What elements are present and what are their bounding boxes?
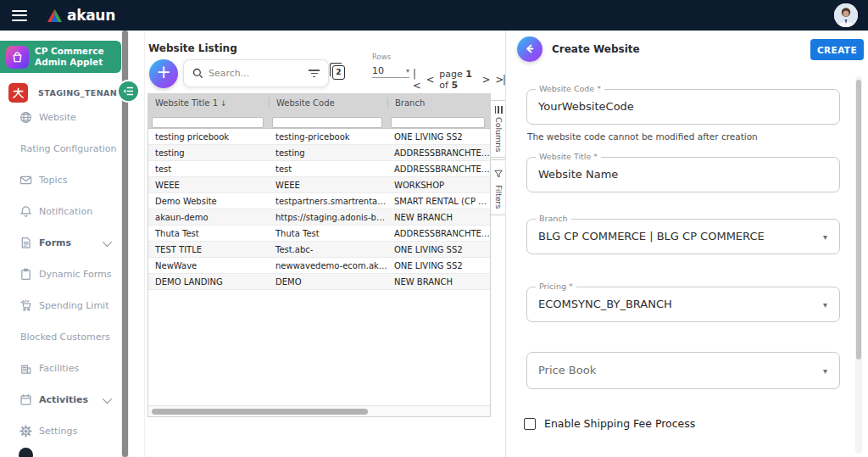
website-code-value[interactable]: YourWebsiteCode <box>527 90 839 124</box>
clipboard-icon <box>19 268 32 281</box>
cell-website-code: testing <box>269 148 387 158</box>
shipping-fee-label: Enable Shipping Fee Process <box>544 417 695 430</box>
column-header[interactable]: Website Code <box>269 98 387 109</box>
add-website-button[interactable]: + <box>149 59 178 88</box>
table-row[interactable]: WEEE WEEE WORKSHOP <box>148 177 490 193</box>
search-filter-icon[interactable] <box>309 70 320 77</box>
website-table: Website Title 1↓Website CodeBranch testi… <box>147 93 491 417</box>
mail-icon <box>19 174 32 187</box>
cp-commerce-applet-icon <box>6 46 29 69</box>
table-row[interactable]: Thuta Test Thuta Test ADDRESSBRANCHTEST <box>148 226 490 242</box>
sort-desc-icon: ↓ <box>220 99 227 108</box>
sidebar-item-topics[interactable]: Topics <box>0 164 121 196</box>
branch-caret-icon: ▾ <box>823 232 827 242</box>
cell-branch: ADDRESSBRANCHTEST <box>387 229 490 238</box>
collapse-sidebar-button[interactable] <box>117 80 140 103</box>
menu-item-label: Dynamic Forms <box>39 269 111 280</box>
side-tab-label: Filters <box>494 185 504 209</box>
price-book-select[interactable]: Price Book ▾ <box>526 352 840 389</box>
cell-branch: SMART RENTAL (CP COM) <box>387 197 490 206</box>
pricing-label: Pricing * <box>536 281 576 291</box>
table-row[interactable]: akaun-demo https://staging.adonis-beaut.… <box>148 209 490 226</box>
website-title-value[interactable]: Website Name <box>527 158 839 192</box>
sidebar-item-activities[interactable]: Activities <box>0 384 121 415</box>
menu-item-label: Topics <box>39 175 67 186</box>
panel-title: Create Website <box>552 43 640 55</box>
create-button[interactable]: CREATE <box>810 39 864 60</box>
rows-per-page-select[interactable]: 10 ▾ <box>372 64 409 78</box>
menu-item-label: Forms <box>39 237 71 248</box>
cell-branch: ADDRESSBRANCHTEST <box>387 164 490 174</box>
sidebar-item-notification[interactable]: Notification <box>0 196 121 227</box>
back-button[interactable] <box>517 36 542 62</box>
pricing-select[interactable]: Pricing * ECOMSYNC_BY_BRANCH ▾ <box>526 287 840 322</box>
branch-value: BLG CP COMMERCE | BLG CP COMMERCE <box>527 220 839 254</box>
cell-website-code: testpartners.smartrental.asia <box>269 197 387 206</box>
column-header[interactable]: Branch <box>387 98 490 109</box>
last-page-button[interactable]: >| <box>495 74 505 86</box>
tenant-logo-icon <box>8 83 28 103</box>
document-icon <box>19 237 32 250</box>
cell-website-title: test <box>148 164 269 174</box>
hscroll-thumb[interactable] <box>152 409 368 415</box>
table-row[interactable]: DEMO LANDING DEMO NEW BRANCH <box>148 274 490 290</box>
table-row[interactable]: testing testing ADDRESSBRANCHTEST <box>148 145 490 161</box>
column-filter-input[interactable] <box>391 117 485 128</box>
tenant-selector[interactable]: STAGING_TENANT <box>8 83 123 103</box>
sidebar-item-dynamic-forms[interactable]: Dynamic Forms <box>0 259 121 290</box>
sidebar-item-blocked-customers[interactable]: Blocked Customers <box>0 321 121 353</box>
menu-item-label: Website <box>39 112 76 123</box>
side-tab-label: Columns <box>494 117 504 152</box>
table-row[interactable]: TEST TITLE Test.abc- ONE LIVING SS2 <box>148 242 490 258</box>
table-header-row: Website Title 1↓Website CodeBranch <box>148 94 490 112</box>
column-filter-input[interactable] <box>272 117 382 128</box>
sidebar-partial-item-icon[interactable] <box>19 448 33 457</box>
table-row[interactable]: NewWave newwavedemo-ecom.akaun.... ONE L… <box>148 258 490 274</box>
table-row[interactable]: testing pricebook testing-pricebook ONE … <box>148 129 490 145</box>
sidebar: CP Commerce Admin Applet STAGING_TENANT … <box>0 31 121 457</box>
branch-select[interactable]: Branch BLG CP COMMERCE | BLG CP COMMERCE… <box>526 219 840 254</box>
applet-banner[interactable]: CP Commerce Admin Applet <box>0 41 121 73</box>
globe-icon <box>19 111 32 125</box>
cell-website-title: testing <box>148 148 269 158</box>
cell-website-title: DEMO LANDING <box>148 277 269 287</box>
table-horizontal-scrollbar[interactable] <box>148 405 490 416</box>
page-indicator: page 1 of 5 <box>439 69 476 91</box>
hamburger-menu-icon[interactable] <box>12 10 27 21</box>
website-title-field[interactable]: Website Title * Website Name <box>526 157 840 192</box>
sidebar-item-rating-configuration[interactable]: Rating Configuration <box>0 133 121 164</box>
cell-branch: ONE LIVING SS2 <box>387 245 490 254</box>
column-filter-input[interactable] <box>152 117 264 128</box>
sidebar-item-settings[interactable]: Settings <box>0 415 121 447</box>
next-page-button[interactable]: > <box>482 74 490 86</box>
website-code-helper: The website code cannot be modified afte… <box>527 131 758 142</box>
column-header[interactable]: Website Title 1↓ <box>148 98 269 108</box>
shipping-fee-checkbox[interactable] <box>524 418 536 430</box>
enable-shipping-fee-row[interactable]: Enable Shipping Fee Process <box>524 417 695 430</box>
table-row[interactable]: test test ADDRESSBRANCHTEST <box>148 161 490 177</box>
user-avatar[interactable] <box>834 3 858 27</box>
menu-item-label: Blocked Customers <box>20 332 110 343</box>
search-input[interactable] <box>209 68 309 79</box>
back-arrow-icon <box>524 43 536 55</box>
menu-item-label: Rating Configuration <box>20 143 117 154</box>
sidebar-item-spending-limit[interactable]: Spending Limit <box>0 290 121 321</box>
sidebar-item-forms[interactable]: Forms <box>0 227 121 259</box>
cell-website-code: https://staging.adonis-beaut... <box>269 213 387 222</box>
cell-website-title: Thuta Test <box>148 229 269 238</box>
panel-scrollbar[interactable] <box>855 76 862 454</box>
sidebar-item-website[interactable]: Website <box>0 102 121 133</box>
cell-website-code: testing-pricebook <box>269 132 387 142</box>
first-page-button[interactable]: |< <box>413 68 420 92</box>
website-code-field[interactable]: Website Code * YourWebsiteCode <box>526 89 840 125</box>
table-row[interactable]: Demo Website testpartners.smartrental.as… <box>148 193 490 209</box>
panel-scrollbar-thumb[interactable] <box>856 80 861 359</box>
rows-per-page-group: Rows 10 ▾ <box>372 53 409 78</box>
cell-branch: WORKSHOP <box>387 181 490 190</box>
sidebar-item-facilities[interactable]: Facilities <box>0 353 121 384</box>
price-book-placeholder: Price Book <box>527 353 839 388</box>
duplicate-view-icon[interactable]: 2 <box>332 65 345 80</box>
cell-website-title: NewWave <box>148 261 269 270</box>
prev-page-button[interactable]: < <box>426 74 434 86</box>
cell-website-code: DEMO <box>269 277 387 287</box>
